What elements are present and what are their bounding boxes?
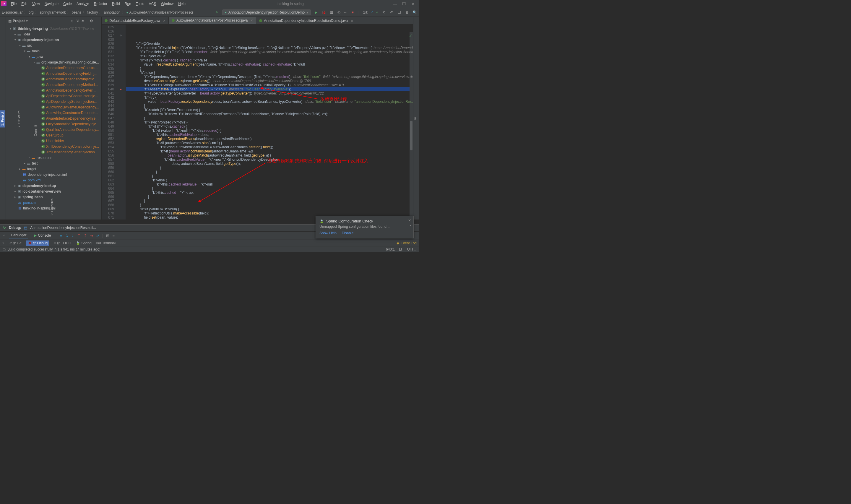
rail-maven-label[interactable]: Maven — [418, 112, 419, 125]
menu-edit[interactable]: Edit — [19, 1, 30, 7]
code-editor[interactable]: 6256266276286296306316326336346356366376… — [102, 24, 413, 219]
tab-close-icon[interactable]: ✕ — [351, 19, 353, 22]
menu-tools[interactable]: Tools — [134, 1, 146, 7]
cursor-position[interactable]: 640:1 — [386, 247, 395, 251]
tree-mod[interactable]: ioc-container-overview — [22, 190, 61, 194]
tree-class[interactable]: CUserGroup — [6, 132, 101, 138]
tree-src[interactable]: src — [27, 43, 32, 48]
menu-vcs[interactable]: VCS — [147, 1, 158, 7]
tool-todo[interactable]: ≡ 6: TODO — [54, 241, 71, 245]
evaluate-icon[interactable]: ⊞ — [106, 233, 109, 238]
step-into2-icon[interactable]: ⤓ — [71, 233, 74, 238]
breadcrumb-item[interactable]: factory — [87, 10, 98, 15]
notif-help-link[interactable]: Show Help — [320, 231, 337, 235]
run-config-selector[interactable]: AnnotationDependencyInjectionResolutionD… — [222, 10, 311, 15]
git-update-icon[interactable]: ✓ — [370, 10, 374, 15]
rail-project[interactable]: 1: Project — [0, 110, 5, 127]
tree-class[interactable]: CApiDependencySetterInjection... — [6, 99, 101, 104]
notif-disable-link[interactable]: Disable... — [342, 231, 356, 235]
maximize-button[interactable]: ☐ — [402, 1, 406, 6]
tree-idea[interactable]: .idea — [22, 32, 30, 36]
expand-icon[interactable]: ⇲ — [76, 19, 79, 23]
menu-navigate[interactable]: Navigate — [42, 1, 60, 7]
tree-mod[interactable]: dependency-lookup — [22, 184, 56, 188]
menu-refactor[interactable]: Refactor — [92, 1, 109, 7]
profile-button[interactable]: ◴ — [336, 10, 342, 15]
event-log[interactable]: ◉ Event Log — [397, 241, 417, 245]
git-revert-icon[interactable]: ↶ — [389, 10, 394, 15]
tab-close-icon[interactable]: ✕ — [163, 19, 165, 22]
back-icon[interactable]: ↖ — [215, 10, 220, 15]
breadcrumb-item[interactable]: org — [29, 10, 34, 15]
editor-tab[interactable]: DefaultListableBeanFactory.java✕ — [102, 17, 169, 24]
ide-settings-icon[interactable]: ☐ — [397, 10, 402, 15]
editor-tab[interactable]: AnnotationDependencyInjectionResolutionD… — [256, 17, 356, 24]
menu-run[interactable]: Run — [123, 1, 133, 7]
rail-favorites[interactable]: 2: Favorites — [50, 197, 54, 217]
tree-module[interactable]: dependency-injection — [22, 38, 59, 42]
git-history-icon[interactable]: ⟲ — [381, 10, 386, 15]
run-to-cursor-icon[interactable]: ⇥ — [90, 233, 93, 238]
tree-class[interactable]: CUserHolder — [6, 138, 101, 144]
tab-close-icon[interactable]: ✕ — [251, 19, 253, 22]
tree-class[interactable]: CAnnotationDependencyInjectio... — [6, 76, 101, 82]
rail-maven[interactable]: m — [413, 115, 418, 122]
ide-update-icon[interactable]: ⊞ — [404, 10, 410, 15]
coverage-button[interactable]: ▦ — [329, 10, 334, 15]
tool-debug[interactable]: 🐞 5: Debug — [26, 240, 49, 246]
console-tab[interactable]: ▶Console — [32, 233, 53, 238]
tree-pom[interactable]: pom.xml — [28, 178, 41, 182]
rail-structure[interactable]: 7: Structure — [17, 109, 21, 129]
tree-iml[interactable]: dependency-injection.iml — [28, 173, 67, 177]
tree-pkg[interactable]: org.xiaoge.thinking.in.spring.ioc.de... — [41, 60, 99, 65]
tool-git[interactable]: ↗ 9: Git — [9, 241, 22, 245]
menu-build[interactable]: Build — [110, 1, 122, 7]
notif-close-icon[interactable]: ✕ — [408, 218, 411, 222]
breadcrumb-item[interactable]: springframework — [40, 10, 66, 15]
step-over-icon[interactable]: ≡ — [60, 233, 62, 238]
menu-file[interactable]: File — [9, 1, 19, 7]
debugger-tab[interactable]: Debugger — [9, 233, 29, 238]
breadcrumb-item[interactable]: beans — [72, 10, 82, 15]
status-icon[interactable]: ▢ — [2, 247, 6, 251]
encoding[interactable]: UTF... — [407, 247, 417, 251]
tree-class[interactable]: CAnnotationDependencyFieldInj... — [6, 71, 101, 76]
run-button[interactable]: ▶ — [313, 10, 319, 15]
drop-frame-icon[interactable]: ⤾ — [96, 233, 99, 238]
messages-icon[interactable]: » — [2, 241, 4, 245]
line-ending[interactable]: LF — [399, 247, 403, 251]
tree-main[interactable]: main — [32, 49, 40, 53]
settings-icon[interactable]: ⚙ — [90, 19, 93, 23]
menu-help[interactable]: Help — [176, 1, 188, 7]
code-content[interactable]: "a">@Override "k">protected "k">void inj… — [126, 24, 413, 219]
tree-class[interactable]: CAnnotationDependencyMethod... — [6, 82, 101, 87]
git-commit-icon[interactable]: ✓ — [376, 10, 379, 15]
debug-stop-icon[interactable]: » — [2, 235, 6, 237]
minimize-button[interactable]: — — [393, 1, 397, 6]
breadcrumb-class[interactable]: AutowiredAnnotationBeanPostProcessor — [126, 10, 194, 15]
tool-terminal[interactable]: ⌨ Terminal — [96, 241, 115, 245]
menu-window[interactable]: Window — [159, 1, 176, 7]
tree-test[interactable]: test — [32, 161, 38, 165]
search-icon[interactable]: 🔍 — [412, 10, 417, 15]
debug-button[interactable]: 🐞 — [321, 10, 326, 15]
locate-icon[interactable]: ⊕ — [71, 19, 74, 23]
tree-class[interactable]: CAnnotationDependencySetterI... — [6, 87, 101, 93]
step-out-icon[interactable]: ⤒ — [77, 233, 81, 238]
breadcrumb-item[interactable]: E-sources.jar — [2, 10, 23, 15]
tree-class[interactable]: CXmlDependencyConstructorInje... — [6, 144, 101, 149]
tree-resources[interactable]: resources — [37, 156, 52, 160]
step-smart-icon[interactable]: ↥ — [84, 233, 87, 238]
tree-java[interactable]: java — [37, 55, 43, 59]
collapse-icon[interactable]: ✶ — [81, 19, 84, 23]
menu-view[interactable]: View — [30, 1, 42, 7]
stop-button[interactable]: ■ — [350, 10, 355, 15]
tree-mod[interactable]: spring-bean — [22, 195, 43, 199]
menu-code[interactable]: Code — [61, 1, 74, 7]
tree-class[interactable]: CApiDependencyConstructorInje... — [6, 93, 101, 99]
hide-icon[interactable]: — — [95, 19, 99, 23]
tree-root-pom[interactable]: pom.xml — [23, 201, 36, 205]
tree-target[interactable]: target — [27, 167, 36, 171]
debug-restart-icon[interactable]: ↻ — [3, 226, 6, 230]
tree-class[interactable]: CXmlDependencySetterInjection... — [6, 149, 101, 155]
